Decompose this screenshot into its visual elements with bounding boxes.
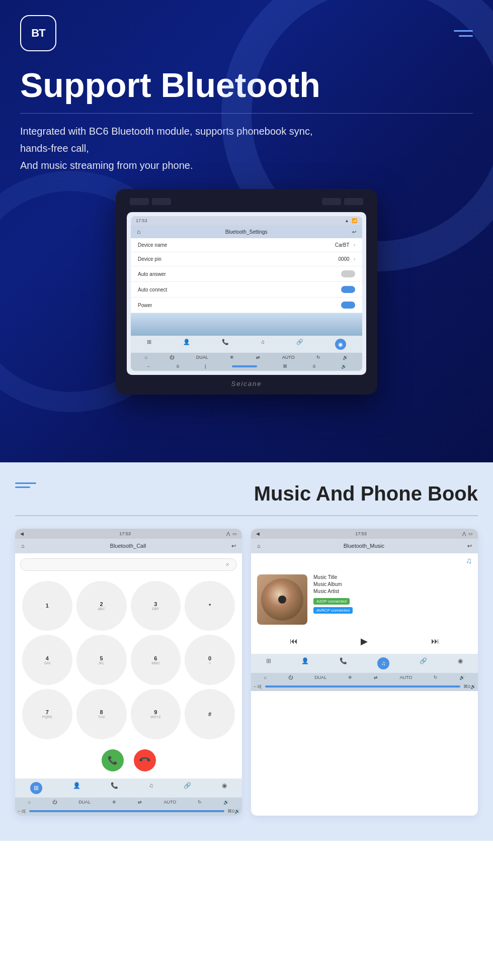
camera-icon[interactable]: ◉ <box>335 339 346 350</box>
play-btn[interactable]: ▶ <box>361 636 368 647</box>
toggle-auto-answer[interactable] <box>341 270 355 277</box>
next-btn[interactable]: ⏭ <box>431 637 439 646</box>
seat-icon[interactable]: ⌘ <box>283 364 287 369</box>
dial-9[interactable]: 9WXYZ <box>131 689 181 739</box>
back-icon-call[interactable]: ↩ <box>231 543 236 549</box>
topbar-icons: ⋀ ▭ <box>226 531 237 536</box>
menu-button[interactable] <box>454 30 473 37</box>
music-icon-active[interactable]: ♫ <box>377 657 389 669</box>
call-panel: ◀ 17:53 ⋀ ▭ ⌂ Bluetooth_Call ↩ ✕ 1 <box>15 529 242 816</box>
music-icon[interactable]: ♫ <box>261 339 265 350</box>
home-ctrl-icon[interactable]: ⌂ <box>145 355 147 360</box>
ac-icon[interactable]: ⇄ <box>256 355 260 360</box>
dial-5[interactable]: 5JKL <box>76 635 127 685</box>
link-icon-music[interactable]: 🔗 <box>420 657 427 669</box>
fan-ctrl-music[interactable]: 🔊 <box>459 675 465 680</box>
vol-ctrl[interactable]: 🔊 <box>234 809 240 814</box>
music-menu-line-1 <box>15 482 36 484</box>
recirculate-icon[interactable]: ↻ <box>316 355 320 360</box>
link-icon[interactable]: 🔗 <box>296 339 303 350</box>
temp-ctrl-music[interactable]: ⌊ <box>260 684 262 689</box>
home-icon-call[interactable]: ⌂ <box>21 543 25 549</box>
camera-icon-music[interactable]: ◉ <box>458 657 463 669</box>
dial-1[interactable]: 1 <box>22 581 72 631</box>
prev-btn[interactable]: ⏮ <box>290 637 298 646</box>
grid-icon[interactable]: ⊞ <box>147 339 151 350</box>
dial-6[interactable]: 6MNO <box>131 635 181 685</box>
dial-0[interactable]: 0+ <box>185 635 235 685</box>
call-button[interactable]: 📞 <box>102 749 124 771</box>
camera-icon[interactable]: ◉ <box>222 782 227 794</box>
setting-label: Auto answer <box>138 271 166 277</box>
vol-icon[interactable]: 🔊 <box>341 364 347 369</box>
temp-icon[interactable]: ⌊ <box>205 364 207 369</box>
dual-label: DUAL <box>196 355 208 360</box>
grid-icon-music[interactable]: ⊞ <box>266 657 271 669</box>
snow-ctrl-music[interactable]: ❄ <box>348 675 352 680</box>
dial-hash[interactable]: # <box>185 689 235 739</box>
back-icon[interactable]: ↩ <box>352 229 356 235</box>
power-ctrl[interactable]: ⏻ <box>52 800 57 805</box>
slider-ctrl[interactable] <box>29 810 224 812</box>
dial-star[interactable]: * <box>185 581 235 631</box>
setting-row-auto-answer[interactable]: Auto answer <box>131 266 362 282</box>
setting-row-power[interactable]: Power <box>131 298 362 313</box>
dial-7[interactable]: 7PQRS <box>22 689 72 739</box>
grid-icon-active[interactable]: ⊞ <box>30 782 42 794</box>
home-icon[interactable]: ⌂ <box>137 228 140 235</box>
temp-ctrl[interactable]: ⌊ <box>24 809 26 814</box>
fan-ctrl[interactable]: 🔊 <box>223 800 229 805</box>
back-icon-small-music[interactable]: ◀ <box>256 531 260 536</box>
contact-icon[interactable]: 👤 <box>73 782 80 794</box>
setting-row-device-name[interactable]: Device name CarBT › <box>131 238 362 252</box>
signal-icon: 📶 <box>352 218 357 223</box>
slider[interactable] <box>232 365 257 367</box>
phone-icon-music[interactable]: 📞 <box>340 657 347 669</box>
seat-ctrl-music[interactable]: ⌘ <box>463 684 468 689</box>
music-menu-icon[interactable] <box>15 482 36 488</box>
dial-2[interactable]: 2ABC <box>76 581 127 631</box>
dial-4[interactable]: 4GHI <box>22 635 72 685</box>
link-icon[interactable]: 🔗 <box>184 782 191 794</box>
contact-icon-music[interactable]: 👤 <box>301 657 309 669</box>
recirc-ctrl[interactable]: ↻ <box>198 800 202 805</box>
home-ctrl[interactable]: ⌂ <box>28 800 31 805</box>
album-art <box>257 574 307 625</box>
clear-search-icon[interactable]: ✕ <box>225 562 229 567</box>
home-ctrl-music[interactable]: ⌂ <box>264 675 267 680</box>
seat-ctrl[interactable]: ⌘ <box>227 809 232 814</box>
setting-row-auto-connect[interactable]: Auto connect <box>131 282 362 298</box>
back-ctrl-icon[interactable]: ← <box>146 364 151 369</box>
hangup-button[interactable]: 📞 <box>129 745 160 776</box>
dial-8[interactable]: 8TUV <box>76 689 127 739</box>
ac-ctrl-music[interactable]: ⇄ <box>374 675 378 680</box>
snow-ctrl[interactable]: ❄ <box>112 800 116 805</box>
phone-icon[interactable]: 📞 <box>111 782 118 794</box>
dial-3[interactable]: 3DEF <box>131 581 181 631</box>
snow-icon[interactable]: ❄ <box>230 355 234 360</box>
toggle-auto-connect[interactable] <box>341 286 355 293</box>
fan-icon[interactable]: 🔊 <box>343 355 348 360</box>
home-icon-music[interactable]: ⌂ <box>257 543 261 549</box>
back-icon-small[interactable]: ◀ <box>20 531 24 536</box>
back-ctrl[interactable]: ← <box>17 809 22 814</box>
setting-row-device-pin[interactable]: Device pin 0000 › <box>131 252 362 266</box>
contact-icon[interactable]: 👤 <box>183 339 190 350</box>
album-center <box>278 596 286 604</box>
call-panel-controls-2: ← 0 ⌊ ⌘ 0 🔊 <box>15 807 242 816</box>
call-search-bar[interactable]: ✕ <box>20 558 237 571</box>
power-ctrl-music[interactable]: ⏻ <box>288 675 293 680</box>
back-ctrl-music[interactable]: ← <box>253 684 258 689</box>
music-icon[interactable]: ♫ <box>149 782 153 794</box>
phone-icon[interactable]: 📞 <box>222 339 229 350</box>
recirc-ctrl-music[interactable]: ↻ <box>434 675 438 680</box>
ac-ctrl[interactable]: ⇄ <box>138 800 142 805</box>
vol-ctrl-music[interactable]: 🔊 <box>470 684 476 689</box>
slider-ctrl-music[interactable] <box>265 685 460 688</box>
menu-line-1 <box>454 30 473 32</box>
back-icon-music[interactable]: ↩ <box>467 543 472 549</box>
setting-label: Device name <box>138 242 167 248</box>
music-panel-topbar: ◀ 17:53 ⋀ ▭ <box>251 529 478 539</box>
toggle-power[interactable] <box>341 302 355 309</box>
power-ctrl-icon[interactable]: ⏻ <box>170 355 174 360</box>
